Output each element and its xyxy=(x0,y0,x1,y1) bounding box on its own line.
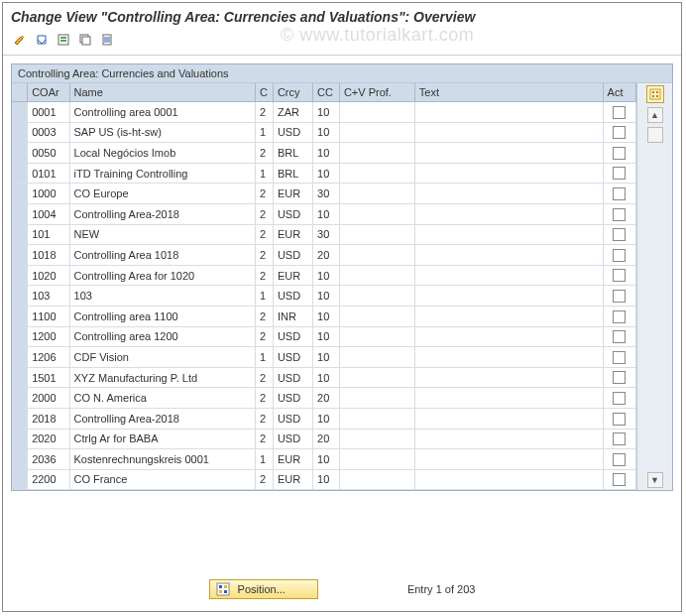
cell-name[interactable]: CO N. America xyxy=(69,388,256,409)
table-row[interactable]: 2020Ctrlg Ar for BABA2USD20 xyxy=(12,429,636,449)
cell-cv[interactable] xyxy=(339,306,414,326)
row-selector[interactable] xyxy=(12,184,28,204)
col-coar[interactable]: COAr xyxy=(28,83,69,102)
row-selector[interactable] xyxy=(12,102,28,123)
cell-act[interactable] xyxy=(603,408,636,429)
table-settings-icon[interactable] xyxy=(646,85,664,103)
cell-crcy[interactable]: EUR xyxy=(273,449,312,470)
cell-crcy[interactable]: EUR xyxy=(273,265,312,286)
cell-text[interactable] xyxy=(414,184,603,204)
table-row[interactable]: 1031031USD10 xyxy=(12,286,636,307)
cell-coar[interactable]: 1000 xyxy=(28,184,69,204)
table-row[interactable]: 0050Local Negócios Imob2BRL10 xyxy=(12,143,636,164)
cell-cv[interactable] xyxy=(339,388,414,409)
cell-text[interactable] xyxy=(414,265,603,286)
cell-cc[interactable]: 10 xyxy=(313,163,340,184)
cell-cv[interactable] xyxy=(339,429,414,449)
cell-name[interactable]: Ctrlg Ar for BABA xyxy=(69,429,256,449)
cell-name[interactable]: CO Europe xyxy=(69,184,256,204)
cell-name[interactable]: Controlling Area-2018 xyxy=(69,203,256,224)
cell-cc[interactable]: 10 xyxy=(313,449,340,470)
cell-c[interactable]: 1 xyxy=(256,449,274,470)
cell-crcy[interactable]: EUR xyxy=(273,469,312,490)
cell-coar[interactable]: 1004 xyxy=(28,203,69,224)
cell-c[interactable]: 2 xyxy=(256,469,274,490)
cell-cc[interactable]: 30 xyxy=(313,224,340,245)
cell-act[interactable] xyxy=(603,388,636,409)
cell-crcy[interactable]: BRL xyxy=(273,143,312,164)
act-checkbox[interactable] xyxy=(613,453,626,466)
cell-act[interactable] xyxy=(603,143,636,164)
act-checkbox[interactable] xyxy=(613,208,626,221)
cell-cc[interactable]: 20 xyxy=(313,245,340,266)
cell-name[interactable]: SAP US (is-ht-sw) xyxy=(69,122,256,143)
cell-cv[interactable] xyxy=(339,122,414,143)
cell-c[interactable]: 1 xyxy=(256,347,274,368)
cell-coar[interactable]: 101 xyxy=(28,224,69,245)
cell-crcy[interactable]: ZAR xyxy=(273,102,312,123)
table-row[interactable]: 1000CO Europe2EUR30 xyxy=(12,184,636,204)
cell-text[interactable] xyxy=(414,143,603,164)
row-selector[interactable] xyxy=(12,326,28,347)
act-checkbox[interactable] xyxy=(613,432,626,445)
cell-act[interactable] xyxy=(603,367,636,388)
cell-name[interactable]: 103 xyxy=(69,286,256,307)
cell-cv[interactable] xyxy=(339,224,414,245)
act-checkbox[interactable] xyxy=(613,473,626,486)
cell-c[interactable]: 2 xyxy=(256,367,274,388)
cell-cc[interactable]: 30 xyxy=(313,184,340,204)
cell-crcy[interactable]: USD xyxy=(273,286,312,307)
cell-cv[interactable] xyxy=(339,469,414,490)
cell-text[interactable] xyxy=(414,388,603,409)
cell-cv[interactable] xyxy=(339,245,414,266)
row-selector[interactable] xyxy=(12,203,28,224)
row-selector[interactable] xyxy=(12,367,28,388)
cell-c[interactable]: 2 xyxy=(256,429,274,449)
cell-text[interactable] xyxy=(414,286,603,307)
cell-name[interactable]: NEW xyxy=(69,224,256,245)
cell-name[interactable]: Kostenrechnungskreis 0001 xyxy=(69,449,256,470)
delete-icon[interactable] xyxy=(98,31,116,49)
cell-c[interactable]: 2 xyxy=(256,184,274,204)
cell-crcy[interactable]: USD xyxy=(273,122,312,143)
cell-cv[interactable] xyxy=(339,347,414,368)
cell-text[interactable] xyxy=(414,163,603,184)
row-selector[interactable] xyxy=(12,163,28,184)
cell-c[interactable]: 2 xyxy=(256,143,274,164)
cell-act[interactable] xyxy=(603,203,636,224)
cell-c[interactable]: 1 xyxy=(256,286,274,307)
act-checkbox[interactable] xyxy=(613,330,626,343)
cell-coar[interactable]: 0050 xyxy=(28,143,69,164)
row-selector[interactable] xyxy=(12,347,28,368)
cell-name[interactable]: Controlling area 1100 xyxy=(69,306,256,326)
table-row[interactable]: 0003SAP US (is-ht-sw)1USD10 xyxy=(12,122,636,143)
cell-act[interactable] xyxy=(603,306,636,326)
table-row[interactable]: 1020Controlling Area for 10202EUR10 xyxy=(12,265,636,286)
cell-text[interactable] xyxy=(414,367,603,388)
table-row[interactable]: 0101iTD Training Controlling1BRL10 xyxy=(12,163,636,184)
cell-cc[interactable]: 10 xyxy=(313,122,340,143)
cell-coar[interactable]: 2018 xyxy=(28,408,69,429)
row-selector[interactable] xyxy=(12,469,28,490)
cell-cv[interactable] xyxy=(339,326,414,347)
cell-text[interactable] xyxy=(414,347,603,368)
scroll-up-icon[interactable]: ▲ xyxy=(647,107,663,123)
cell-cc[interactable]: 10 xyxy=(313,265,340,286)
cell-crcy[interactable]: USD xyxy=(273,429,312,449)
cell-name[interactable]: Controlling area 1200 xyxy=(69,326,256,347)
cell-text[interactable] xyxy=(414,102,603,123)
cell-cv[interactable] xyxy=(339,265,414,286)
cell-text[interactable] xyxy=(414,408,603,429)
cell-crcy[interactable]: EUR xyxy=(273,184,312,204)
cell-crcy[interactable]: USD xyxy=(273,388,312,409)
act-checkbox[interactable] xyxy=(613,228,626,241)
row-selector[interactable] xyxy=(12,122,28,143)
cell-cc[interactable]: 10 xyxy=(313,326,340,347)
cell-crcy[interactable]: USD xyxy=(273,245,312,266)
cell-coar[interactable]: 1020 xyxy=(28,265,69,286)
cell-text[interactable] xyxy=(414,429,603,449)
act-checkbox[interactable] xyxy=(613,371,626,384)
copy-as-icon[interactable] xyxy=(76,31,94,49)
toggle-display-change-icon[interactable] xyxy=(11,31,29,49)
cell-cc[interactable]: 10 xyxy=(313,143,340,164)
